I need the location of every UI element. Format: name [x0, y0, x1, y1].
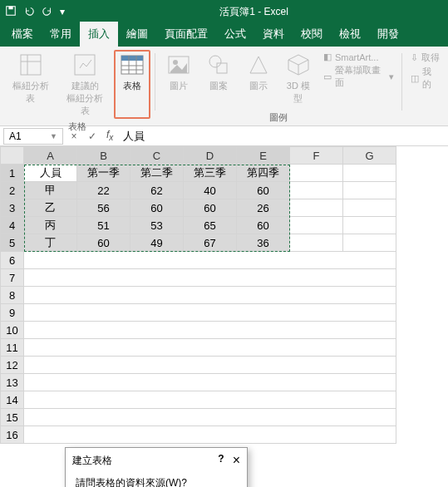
- cell[interactable]: 丁: [24, 234, 77, 252]
- cell[interactable]: 第一季: [77, 165, 130, 182]
- row-header[interactable]: 16: [1, 426, 24, 444]
- formula-bar[interactable]: 人員: [118, 127, 448, 145]
- row-header[interactable]: 11: [1, 339, 24, 357]
- tab-file[interactable]: 檔案: [3, 22, 42, 47]
- col-header[interactable]: A: [24, 147, 77, 165]
- cell[interactable]: [343, 165, 396, 182]
- cell[interactable]: 60: [184, 199, 237, 217]
- fx-icon[interactable]: fx: [101, 129, 118, 142]
- cell[interactable]: [24, 339, 396, 357]
- row-header[interactable]: 13: [1, 374, 24, 391]
- cell[interactable]: 第二季: [130, 165, 184, 182]
- cell[interactable]: 60: [237, 182, 290, 199]
- row-header[interactable]: 2: [1, 182, 24, 199]
- col-header[interactable]: G: [343, 147, 396, 165]
- tab-layout[interactable]: 頁面配置: [156, 22, 216, 47]
- row-header[interactable]: 10: [1, 322, 24, 339]
- cell[interactable]: [290, 165, 343, 182]
- cell[interactable]: 40: [184, 182, 237, 199]
- cell[interactable]: [343, 199, 396, 217]
- cell[interactable]: [290, 182, 343, 199]
- cell[interactable]: 60: [77, 234, 130, 252]
- row-header[interactable]: 14: [1, 391, 24, 409]
- col-header[interactable]: C: [130, 147, 184, 165]
- cell[interactable]: 22: [77, 182, 130, 199]
- cell[interactable]: 乙: [24, 199, 77, 217]
- cell[interactable]: 第四季: [237, 165, 290, 182]
- screenshot-button[interactable]: ▭螢幕擷取畫面▾: [323, 64, 394, 89]
- cell[interactable]: [290, 234, 343, 252]
- cell[interactable]: [290, 217, 343, 234]
- tab-insert[interactable]: 插入: [80, 22, 118, 47]
- save-icon[interactable]: [5, 5, 17, 19]
- cell[interactable]: [24, 252, 396, 269]
- cell[interactable]: 56: [77, 199, 130, 217]
- cell[interactable]: [343, 182, 396, 199]
- shapes-button[interactable]: 圖案: [200, 50, 237, 110]
- cell[interactable]: 人員: [24, 165, 77, 182]
- tab-draw[interactable]: 繪圖: [118, 22, 156, 47]
- cell[interactable]: [24, 391, 396, 409]
- cell[interactable]: [343, 217, 396, 234]
- get-addins-button[interactable]: ⇩取得: [411, 52, 440, 64]
- icons-button[interactable]: 圖示: [240, 50, 277, 110]
- my-addins-button[interactable]: ◫我的: [411, 66, 440, 91]
- col-header[interactable]: B: [77, 147, 130, 165]
- tab-data[interactable]: 資料: [254, 22, 293, 47]
- row-header[interactable]: 1: [1, 165, 24, 182]
- cell[interactable]: [24, 426, 396, 444]
- col-header[interactable]: E: [237, 147, 290, 165]
- pictures-button[interactable]: 圖片: [160, 50, 197, 110]
- recommended-pivot-button[interactable]: 建議的 樞紐分析表: [59, 50, 110, 119]
- cell[interactable]: [24, 374, 396, 391]
- tab-home[interactable]: 常用: [42, 22, 80, 47]
- row-header[interactable]: 7: [1, 269, 24, 287]
- tab-view[interactable]: 檢視: [331, 22, 369, 47]
- cell[interactable]: [24, 409, 396, 426]
- cell[interactable]: 60: [237, 217, 290, 234]
- cell[interactable]: [24, 269, 396, 287]
- cell[interactable]: 51: [77, 217, 130, 234]
- undo-icon[interactable]: [23, 5, 35, 19]
- row-header[interactable]: 4: [1, 217, 24, 234]
- select-all-corner[interactable]: [1, 147, 24, 165]
- cell[interactable]: [24, 304, 396, 322]
- 3dmodel-button[interactable]: 3D 模 型: [280, 50, 317, 110]
- tab-formula[interactable]: 公式: [216, 22, 254, 47]
- redo-icon[interactable]: [42, 5, 53, 19]
- row-header[interactable]: 12: [1, 357, 24, 374]
- help-icon[interactable]: ?: [218, 453, 224, 468]
- cell[interactable]: 60: [130, 199, 184, 217]
- close-icon[interactable]: ×: [233, 453, 240, 468]
- cell[interactable]: [24, 287, 396, 304]
- cell[interactable]: 49: [130, 234, 184, 252]
- tab-dev[interactable]: 開發: [369, 22, 407, 47]
- cell[interactable]: [290, 199, 343, 217]
- table-button[interactable]: 表格: [114, 50, 150, 119]
- pivottable-button[interactable]: 樞紐分析表: [5, 50, 56, 119]
- row-header[interactable]: 8: [1, 287, 24, 304]
- row-header[interactable]: 15: [1, 409, 24, 426]
- cell[interactable]: 丙: [24, 217, 77, 234]
- name-box[interactable]: A1 ▼: [3, 128, 63, 145]
- grid[interactable]: A B C D E F G 1 人員 第一季 第二季 第三季 第四季 2 甲 2…: [0, 146, 396, 444]
- col-header[interactable]: F: [290, 147, 343, 165]
- row-header[interactable]: 3: [1, 199, 24, 217]
- worksheet[interactable]: A B C D E F G 1 人員 第一季 第二季 第三季 第四季 2 甲 2…: [0, 146, 448, 444]
- cell[interactable]: 第三季: [184, 165, 237, 182]
- cell[interactable]: 62: [130, 182, 184, 199]
- row-header[interactable]: 5: [1, 234, 24, 252]
- row-header[interactable]: 9: [1, 304, 24, 322]
- cell[interactable]: 65: [184, 217, 237, 234]
- row-header[interactable]: 6: [1, 252, 24, 269]
- cell[interactable]: [24, 322, 396, 339]
- cell[interactable]: 67: [184, 234, 237, 252]
- cell[interactable]: [343, 234, 396, 252]
- smartart-button[interactable]: ◧SmartArt...: [323, 52, 394, 62]
- cell[interactable]: [24, 357, 396, 374]
- cell[interactable]: 53: [130, 217, 184, 234]
- cell[interactable]: 36: [237, 234, 290, 252]
- cell[interactable]: 甲: [24, 182, 77, 199]
- cell[interactable]: 26: [237, 199, 290, 217]
- chevron-down-icon[interactable]: ▼: [50, 132, 57, 140]
